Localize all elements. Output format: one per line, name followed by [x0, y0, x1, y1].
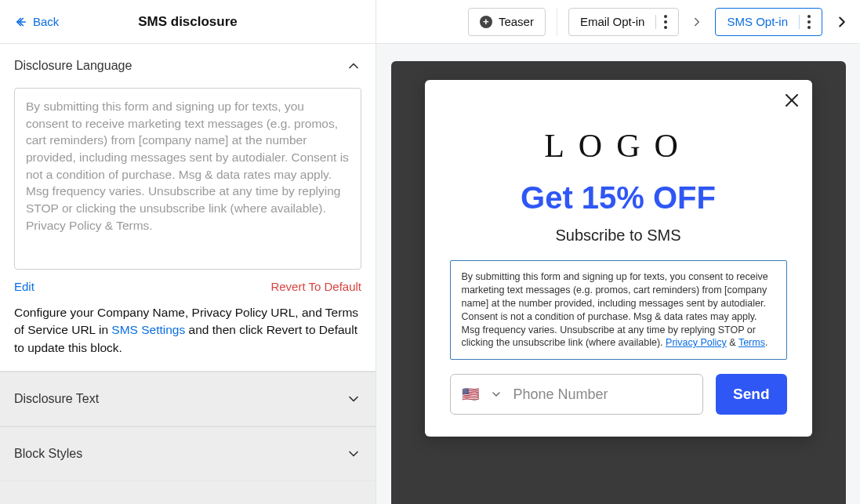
- section-title: Disclosure Text: [14, 392, 99, 406]
- section-disclosure-language: Disclosure Language Edit Revert To Defau…: [0, 44, 376, 372]
- step-tabs: + Teaser Email Opt-in SMS Opt-in: [376, 0, 860, 44]
- amp: &: [727, 337, 738, 348]
- chevron-up-icon: [346, 58, 361, 74]
- preview-canvas: LOGO Get 15% OFF Subscribe to SMS By sub…: [376, 44, 860, 504]
- sms-settings-link[interactable]: SMS Settings: [111, 323, 185, 336]
- section-disclosure-text: Disclosure Text: [0, 372, 376, 426]
- section-header-disclosure-text[interactable]: Disclosure Text: [0, 372, 376, 426]
- arrow-left-icon: [14, 15, 28, 29]
- section-body: Edit Revert To Default Configure your Co…: [0, 88, 376, 371]
- email-optin-label: Email Opt-in: [580, 15, 645, 28]
- send-button[interactable]: Send: [716, 374, 786, 415]
- revert-link[interactable]: Revert To Default: [270, 280, 361, 293]
- section-header-block-styles[interactable]: Block Styles: [0, 427, 376, 480]
- section-title: Block Styles: [14, 447, 82, 461]
- phone-placeholder: Phone Number: [513, 386, 608, 403]
- headline: Get 15% OFF: [450, 180, 787, 216]
- section-block-styles: Block Styles: [0, 426, 376, 481]
- collapsed-sections: Disclosure Text Block Styles: [0, 372, 376, 504]
- close-icon[interactable]: [782, 91, 801, 110]
- kebab-icon[interactable]: [655, 15, 667, 29]
- signup-popup: LOGO Get 15% OFF Subscribe to SMS By sub…: [425, 80, 812, 437]
- privacy-link[interactable]: Privacy Policy: [666, 337, 727, 348]
- phone-row: 🇺🇸 Phone Number Send: [450, 374, 787, 415]
- chevron-down-icon[interactable]: [490, 388, 503, 401]
- email-optin-tab[interactable]: Email Opt-in: [568, 8, 680, 36]
- preview-area: + Teaser Email Opt-in SMS Opt-in LOGO Ge…: [376, 0, 860, 504]
- sms-optin-tab[interactable]: SMS Opt-in: [715, 8, 822, 36]
- section-header-disclosure-language[interactable]: Disclosure Language: [0, 44, 376, 88]
- section-title: Disclosure Language: [14, 59, 132, 73]
- logo: LOGO: [450, 127, 787, 165]
- back-label: Back: [33, 15, 59, 28]
- sms-optin-label: SMS Opt-in: [727, 15, 788, 28]
- flag-icon[interactable]: 🇺🇸: [462, 386, 479, 403]
- editor-header: Back SMS disclosure: [0, 0, 376, 44]
- subheading: Subscribe to SMS: [450, 227, 787, 245]
- divider: [557, 8, 557, 36]
- preview-stage: LOGO Get 15% OFF Subscribe to SMS By sub…: [391, 61, 846, 504]
- teaser-tab[interactable]: + Teaser: [468, 8, 546, 36]
- phone-input[interactable]: 🇺🇸 Phone Number: [450, 374, 704, 415]
- chevron-down-icon: [346, 391, 361, 407]
- editor-panel: Back SMS disclosure Disclosure Language …: [0, 0, 376, 504]
- period: .: [765, 337, 767, 348]
- terms-link[interactable]: Terms: [738, 337, 765, 348]
- textarea-actions: Edit Revert To Default: [14, 280, 361, 293]
- kebab-icon[interactable]: [799, 15, 811, 29]
- disclosure-textarea[interactable]: [14, 88, 361, 270]
- chevron-right-icon: [690, 15, 704, 29]
- help-text: Configure your Company Name, Privacy Pol…: [14, 304, 361, 357]
- disclosure-block[interactable]: By submitting this form and signing up f…: [450, 260, 787, 360]
- plus-circle-icon: +: [480, 16, 492, 28]
- back-button[interactable]: Back: [14, 15, 59, 29]
- edit-link[interactable]: Edit: [14, 280, 34, 293]
- chevron-right-icon[interactable]: [833, 13, 851, 31]
- chevron-down-icon: [346, 446, 361, 462]
- teaser-label: Teaser: [499, 15, 534, 28]
